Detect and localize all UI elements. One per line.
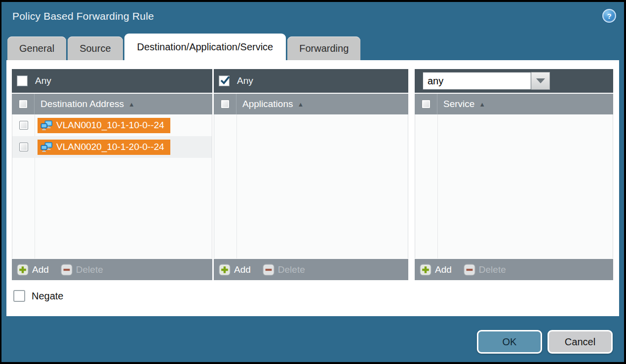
applications-list: [214, 114, 408, 258]
table-row[interactable]: VLAN0010_10-1-10-0--24: [12, 114, 212, 136]
service-column-header: Service ▲: [415, 93, 613, 114]
delete-icon: [263, 264, 274, 276]
negate-option: Negate: [13, 290, 64, 302]
delete-button-label: Delete: [76, 264, 103, 275]
negate-label: Negate: [32, 291, 64, 302]
dialog-window: Policy Based Forwarding Rule ? General S…: [0, 0, 626, 364]
address-object-chip[interactable]: VLAN0020_10-1-20-0--24: [38, 140, 170, 155]
service-select-all-checkbox[interactable]: [422, 100, 430, 109]
help-icon[interactable]: ?: [602, 9, 616, 23]
tab-source-label: Source: [79, 43, 111, 54]
add-button[interactable]: Add: [420, 264, 452, 276]
delete-button[interactable]: Delete: [263, 264, 305, 276]
applications-panel: Any Applications ▲: [214, 69, 408, 280]
add-button[interactable]: Add: [219, 264, 251, 276]
delete-button[interactable]: Delete: [61, 264, 103, 276]
applications-any-checkbox-checked[interactable]: [219, 75, 230, 86]
tab-destination-application-service[interactable]: Destination/Application/Service: [124, 34, 286, 60]
tab-general-label: General: [19, 43, 54, 54]
add-button-label: Add: [435, 264, 452, 275]
address-object-label: VLAN0010_10-1-10-0--24: [56, 120, 164, 131]
destination-footer: Add Delete: [12, 258, 212, 280]
dropdown-button[interactable]: [531, 72, 550, 90]
row-checkbox[interactable]: [19, 143, 28, 151]
negate-checkbox[interactable]: [13, 290, 25, 302]
delete-icon: [464, 264, 475, 276]
network-icon: [40, 142, 53, 152]
add-icon: [219, 264, 231, 276]
destination-any-checkbox[interactable]: [17, 75, 28, 86]
dialog-background: Policy Based Forwarding Rule ? General S…: [1, 2, 624, 362]
add-icon: [420, 264, 431, 276]
network-icon: [40, 120, 53, 131]
destination-address-panel: Any Destination Address ▲: [12, 69, 212, 280]
service-dropdown[interactable]: any: [423, 72, 550, 90]
delete-button[interactable]: Delete: [464, 264, 506, 276]
delete-button-label: Delete: [479, 264, 506, 275]
tab-general[interactable]: General: [7, 36, 66, 60]
applications-header-label[interactable]: Applications: [242, 99, 293, 109]
tab-source[interactable]: Source: [68, 36, 122, 60]
applications-any-bar: Any: [214, 69, 408, 93]
applications-select-all-checkbox[interactable]: [221, 100, 230, 109]
add-icon: [17, 264, 29, 276]
tab-destination-application-service-label: Destination/Application/Service: [137, 41, 274, 53]
column-divider: [437, 114, 438, 258]
column-divider: [236, 114, 237, 258]
add-button-label: Add: [32, 264, 49, 275]
tab-bar: General Source Destination/Application/S…: [7, 34, 360, 60]
service-list: [415, 114, 613, 258]
table-row[interactable]: VLAN0020_10-1-20-0--24: [12, 136, 212, 158]
delete-button-label: Delete: [278, 264, 305, 275]
applications-column-header: Applications ▲: [214, 93, 408, 114]
add-button-label: Add: [234, 264, 251, 275]
cancel-button[interactable]: Cancel: [548, 330, 613, 354]
service-header-label[interactable]: Service: [443, 99, 474, 109]
destination-list: VLAN0010_10-1-10-0--24: [12, 114, 212, 258]
sort-asc-icon[interactable]: ▲: [479, 101, 485, 108]
address-object-label: VLAN0020_10-1-20-0--24: [56, 142, 164, 152]
tab-content-panel: Any Destination Address ▲: [6, 60, 619, 316]
ok-button[interactable]: OK: [477, 330, 542, 354]
service-panel: any Service ▲: [415, 69, 613, 280]
service-footer: Add Delete: [415, 258, 613, 280]
destination-select-all-checkbox[interactable]: [19, 100, 28, 109]
tab-forwarding-label: Forwarding: [299, 43, 349, 54]
applications-footer: Add Delete: [214, 258, 408, 280]
destination-column-header: Destination Address ▲: [12, 93, 212, 114]
destination-any-bar: Any: [12, 69, 212, 93]
add-button[interactable]: Add: [17, 264, 49, 276]
destination-any-label: Any: [35, 75, 51, 86]
sort-asc-icon[interactable]: ▲: [297, 101, 304, 108]
tab-forwarding[interactable]: Forwarding: [287, 36, 360, 60]
dialog-title: Policy Based Forwarding Rule: [12, 10, 154, 22]
applications-any-label: Any: [237, 75, 253, 86]
caret-down-icon: [536, 78, 545, 83]
service-any-bar: any: [415, 69, 613, 93]
delete-icon: [61, 264, 73, 276]
sort-asc-icon[interactable]: ▲: [128, 101, 135, 108]
destination-header-label[interactable]: Destination Address: [40, 99, 124, 109]
service-dropdown-value[interactable]: any: [423, 72, 531, 90]
row-checkbox[interactable]: [19, 121, 28, 130]
address-object-chip[interactable]: VLAN0010_10-1-10-0--24: [38, 118, 170, 133]
